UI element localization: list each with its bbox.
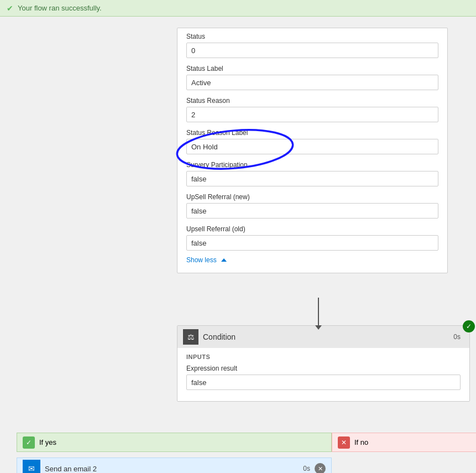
- field-upsell-old-group: Upsell Referral (old): [177, 221, 447, 253]
- upsell-old-input[interactable]: [186, 235, 438, 251]
- survey-label: Survery Participation: [186, 161, 438, 169]
- branch-yes-label: If yes: [39, 438, 56, 446]
- condition-header: ⚖ Condition 0s ✓: [177, 326, 469, 348]
- email-block[interactable]: ✉ Send an email 2 0s ✕: [17, 458, 332, 473]
- expression-result-group: Expression result: [186, 365, 461, 392]
- field-status-group: Status: [177, 28, 447, 60]
- inputs-label: INPUTS: [186, 354, 461, 360]
- condition-block: ⚖ Condition 0s ✓ INPUTS Expression resul…: [177, 325, 470, 402]
- survey-input[interactable]: [186, 171, 438, 186]
- field-status-reason-label-group: Status Reason Label: [177, 124, 447, 157]
- status-reason-label-input[interactable]: [186, 139, 438, 154]
- email-duration: 0s: [303, 465, 310, 472]
- upsell-new-label: UpSell Referral (new): [186, 193, 438, 201]
- branch-yes-check-icon: ✓: [23, 436, 35, 449]
- field-upsell-new-group: UpSell Referral (new): [177, 189, 447, 221]
- success-icon: ✔: [7, 4, 13, 13]
- email-icon: ✉: [23, 460, 40, 473]
- success-message: Your flow ran successfully.: [18, 4, 102, 12]
- status-reason-label: Status Reason: [186, 97, 438, 105]
- branch-no-label: If no: [354, 438, 368, 446]
- chevron-up-icon: [221, 258, 227, 262]
- field-status-label-group: Status Label: [177, 60, 447, 92]
- status-label-label: Status Label: [186, 65, 438, 72]
- condition-icon: ⚖: [183, 329, 198, 345]
- status-label: Status: [186, 33, 438, 40]
- field-status-reason-group: Status Reason: [177, 92, 447, 124]
- status-reason-label-label: Status Reason Label: [186, 129, 438, 137]
- expression-result-input[interactable]: [186, 375, 461, 390]
- field-survey-group: Survery Participation: [177, 157, 447, 189]
- branch-no-x-icon: ✕: [338, 436, 350, 449]
- condition-body: INPUTS Expression result: [177, 348, 469, 401]
- upsell-old-label: Upsell Referral (old): [186, 225, 438, 233]
- connector-arrow: [318, 298, 319, 325]
- status-reason-input[interactable]: [186, 107, 438, 122]
- data-card: Status Status Label Status Reason Status…: [177, 28, 448, 273]
- branch-no[interactable]: ✕ If no: [332, 433, 476, 452]
- show-less-label: Show less: [186, 256, 217, 264]
- show-less-button[interactable]: Show less: [177, 253, 236, 264]
- success-banner: ✔ Your flow ran successfully.: [0, 0, 476, 17]
- condition-duration: 0s: [453, 333, 461, 341]
- condition-title: Condition: [203, 332, 449, 341]
- email-close-button[interactable]: ✕: [315, 463, 326, 473]
- expression-result-label: Expression result: [186, 365, 461, 372]
- branch-yes[interactable]: ✓ If yes: [17, 433, 332, 452]
- flow-canvas: Status Status Label Status Reason Status…: [0, 17, 476, 473]
- condition-check-icon: ✓: [463, 320, 475, 332]
- upsell-new-input[interactable]: [186, 203, 438, 219]
- status-input[interactable]: [186, 43, 438, 58]
- status-label-input[interactable]: [186, 75, 438, 90]
- email-title: Send an email 2: [45, 465, 299, 473]
- branch-row: ✓ If yes ✕ If no: [17, 433, 476, 452]
